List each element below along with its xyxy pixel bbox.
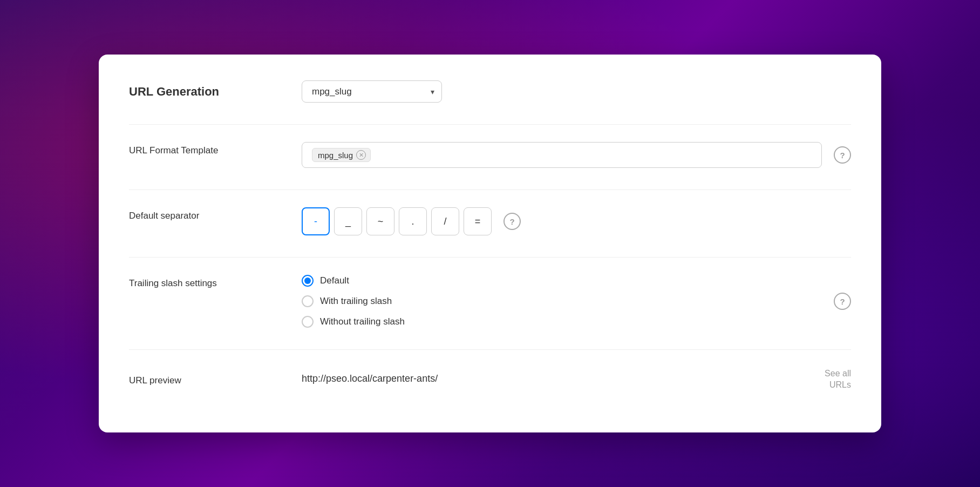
- separator-dot-button[interactable]: .: [399, 207, 427, 235]
- radio-without-trailing-slash[interactable]: Without trailing slash: [302, 316, 827, 328]
- url-format-template-input[interactable]: mpg_slug ✕: [302, 142, 822, 168]
- url-preview-label: URL preview: [129, 372, 302, 386]
- separator-buttons: - _ ~ . / =: [302, 207, 492, 235]
- trailing-slash-help-icon[interactable]: ?: [834, 293, 851, 310]
- separator-underscore-button[interactable]: _: [334, 207, 362, 235]
- default-separator-label: Default separator: [129, 207, 302, 221]
- radio-without-trailing-slash-label: Without trailing slash: [320, 316, 405, 327]
- radio-default-label: Default: [320, 275, 349, 286]
- radio-with-trailing-slash-label: With trailing slash: [320, 296, 392, 307]
- url-generation-select[interactable]: mpg_slug post_name custom: [302, 80, 442, 103]
- trailing-slash-options: Default With trailing slash Without trai…: [302, 275, 827, 328]
- radio-default-inner: [304, 278, 311, 284]
- url-generation-label: URL Generation: [129, 80, 302, 99]
- default-separator-row: Default separator - _ ~ . / = ?: [129, 207, 851, 235]
- separator-equals-button[interactable]: =: [464, 207, 492, 235]
- separator-dash-button[interactable]: -: [302, 207, 330, 235]
- divider-4: [129, 349, 851, 350]
- url-preview-value: http://pseo.local/carpenter-ants/: [302, 373, 807, 384]
- radio-with-trailing-slash-circle: [302, 295, 314, 307]
- see-all-urls-link[interactable]: See allURLs: [825, 367, 851, 391]
- settings-card: URL Generation mpg_slug post_name custom…: [99, 55, 881, 432]
- default-separator-control: - _ ~ . / = ?: [302, 207, 851, 235]
- divider-1: [129, 124, 851, 125]
- divider-2: [129, 190, 851, 190]
- trailing-slash-label: Trailing slash settings: [129, 275, 302, 289]
- url-generation-row: URL Generation mpg_slug post_name custom…: [129, 80, 851, 103]
- url-format-template-help-icon[interactable]: ?: [834, 146, 851, 164]
- radio-without-trailing-slash-circle: [302, 316, 314, 328]
- url-format-template-label: URL Format Template: [129, 142, 302, 156]
- trailing-slash-control: Default With trailing slash Without trai…: [302, 275, 851, 328]
- url-generation-control: mpg_slug post_name custom ▾: [302, 80, 851, 103]
- url-preview-row: URL preview http://pseo.local/carpenter-…: [129, 367, 851, 391]
- radio-default[interactable]: Default: [302, 275, 827, 287]
- template-tag-close-button[interactable]: ✕: [356, 150, 366, 160]
- template-tag: mpg_slug ✕: [312, 148, 371, 162]
- divider-3: [129, 257, 851, 258]
- separator-tilde-button[interactable]: ~: [366, 207, 394, 235]
- radio-with-trailing-slash[interactable]: With trailing slash: [302, 295, 827, 307]
- url-format-template-control: mpg_slug ✕ ?: [302, 142, 851, 168]
- url-format-template-row: URL Format Template mpg_slug ✕ ?: [129, 142, 851, 168]
- url-preview-control: http://pseo.local/carpenter-ants/ See al…: [302, 367, 851, 391]
- template-tag-text: mpg_slug: [318, 151, 353, 160]
- default-separator-help-icon[interactable]: ?: [503, 213, 521, 230]
- trailing-slash-row: Trailing slash settings Default With tra…: [129, 275, 851, 328]
- radio-default-circle: [302, 275, 314, 287]
- separator-slash-button[interactable]: /: [431, 207, 459, 235]
- url-generation-select-wrapper: mpg_slug post_name custom ▾: [302, 80, 442, 103]
